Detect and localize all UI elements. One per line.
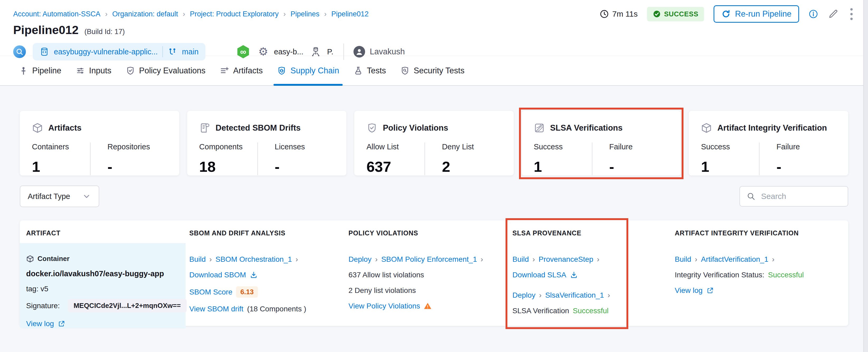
breadcrumb-account[interactable]: Account: Automation-SSCA	[13, 10, 100, 18]
artifact-view-log[interactable]: View log	[26, 320, 178, 328]
tab-label: Policy Evaluations	[139, 66, 206, 75]
tab-inputs[interactable]: Inputs	[68, 56, 118, 85]
view-log-link[interactable]: View log	[26, 320, 54, 328]
tab-artifacts[interactable]: Artifacts	[213, 56, 270, 85]
sbom-score-link[interactable]: SBOM Score	[189, 288, 232, 296]
top-controls: 7m 11s SUCCESS Re-run Pipeline	[599, 5, 855, 23]
divider	[162, 46, 163, 57]
slsa-verification-breadcrumb: Deploy SlsaVerification_1	[513, 291, 675, 299]
breadcrumb-project[interactable]: Project: Product Exploratory	[190, 10, 279, 18]
breadcrumb: Account: Automation-SSCA Organization: d…	[13, 10, 369, 18]
stat-value: 1	[701, 158, 759, 175]
download-sbom-link[interactable]: Download SBOM	[189, 271, 246, 279]
step-link[interactable]: SBOM Policy Enforcement_1	[381, 255, 477, 264]
step-link[interactable]: SlsaVerification_1	[545, 291, 604, 299]
tab-policy-evaluations[interactable]: Policy Evaluations	[119, 56, 213, 85]
shield-check-icon	[366, 122, 377, 133]
column-header-slsa: SLSA PROVENANCE	[513, 229, 675, 237]
policy-step-breadcrumb: Deploy SBOM Policy Enforcement_1	[348, 255, 513, 264]
chevron-right-icon	[283, 10, 286, 18]
slsa-verification-status: SLSA Verification Successful	[513, 307, 675, 315]
download-slsa-link[interactable]: Download SLSA	[513, 271, 566, 279]
integrity-view-log[interactable]: View log	[675, 286, 848, 295]
branch-name[interactable]: main	[182, 47, 198, 56]
card-title: Detected SBOM Drifts	[216, 123, 301, 133]
build-id: (Build Id: 17)	[85, 28, 125, 36]
trigger-name: easy-b...	[274, 47, 303, 56]
search-input[interactable]	[761, 192, 841, 201]
table-header-row: ARTIFACT SBOM AND DRIFT ANALYSIS POLICY …	[20, 220, 848, 243]
step-link[interactable]: SBOM Orchestration_1	[215, 255, 292, 264]
download-slsa[interactable]: Download SLSA	[513, 271, 675, 279]
status-value: Successful	[768, 271, 804, 279]
summary-cards: Artifacts Containers1 Repositories- Dete…	[20, 111, 848, 175]
signature-label: Signature:	[26, 301, 60, 310]
chevron-right-icon	[324, 10, 327, 18]
deny-list-violations: 2 Deny list violations	[348, 286, 513, 295]
container-icon	[26, 255, 34, 263]
stat-value: -	[776, 158, 836, 175]
clock-icon	[599, 9, 609, 19]
tab-supply-chain[interactable]: Supply Chain	[270, 56, 346, 85]
card-title: Artifact Integrity Verification	[717, 123, 827, 133]
breadcrumb-pipelines[interactable]: Pipelines	[291, 10, 320, 18]
view-log-link[interactable]: View log	[675, 286, 703, 295]
stage-link[interactable]: Deploy	[513, 291, 535, 299]
slsa-icon	[534, 122, 545, 133]
tab-security-tests[interactable]: Security Tests	[393, 56, 471, 85]
policy-cell: Deploy SBOM Policy Enforcement_1 637 All…	[348, 243, 513, 328]
shield-check-icon	[126, 66, 135, 75]
service-icon	[310, 46, 321, 57]
stage-link[interactable]: Deploy	[348, 255, 371, 264]
step-link[interactable]: ArtifactVerification_1	[701, 255, 768, 264]
chevron-right-icon	[695, 255, 697, 264]
info-button[interactable]	[809, 9, 818, 19]
duration-text: 7m 11s	[612, 9, 638, 19]
stage-link[interactable]: Build	[189, 255, 206, 264]
chevron-right-icon	[183, 10, 185, 18]
card-policy-violations: Policy Violations Allow List637 Deny Lis…	[354, 111, 514, 175]
view-policy-violations-link[interactable]: View Policy Violations	[348, 302, 420, 310]
rerun-pipeline-button[interactable]: Re-run Pipeline	[714, 5, 799, 23]
stat-label: Allow List	[366, 142, 425, 151]
repo-name[interactable]: easybuggy-vulnerable-applic...	[54, 47, 158, 56]
vertical-scrollbar[interactable]	[863, 0, 868, 352]
stat-value: 1	[32, 158, 90, 175]
tab-pipeline[interactable]: Pipeline	[11, 56, 68, 85]
artifact-image-name: docker.io/lavakush07/easy-buggy-app	[26, 269, 178, 278]
signature-value[interactable]: MEQCICde2Vjl...L+2+mqnOXw==	[68, 299, 187, 312]
title-row: Pipeline012 (Build Id: 17)	[13, 23, 855, 37]
tab-label: Inputs	[89, 66, 111, 75]
tab-tests[interactable]: Tests	[346, 56, 393, 85]
more-options-button[interactable]	[848, 7, 855, 21]
view-sbom-drift-link[interactable]: View SBOM drift	[189, 305, 243, 313]
artifact-type-dropdown[interactable]: Artifact Type	[20, 186, 99, 207]
tab-label: Supply Chain	[290, 66, 339, 75]
breadcrumb-pipeline012[interactable]: Pipeline012	[331, 10, 369, 18]
card-artifacts: Artifacts Containers1 Repositories-	[20, 111, 179, 175]
refresh-icon	[721, 9, 731, 19]
external-link-icon	[706, 287, 714, 294]
stat-label: Deny List	[442, 142, 502, 151]
breadcrumb-organization[interactable]: Organization: default	[112, 10, 178, 18]
step-link[interactable]: ProvenanceStep	[538, 255, 593, 264]
stat-label: Repositories	[107, 142, 167, 151]
card-title: Artifacts	[48, 123, 82, 133]
sbom-cell: Build SBOM Orchestration_1 Download SBOM…	[189, 243, 348, 328]
status-text: SUCCESS	[664, 10, 698, 18]
chevron-right-icon	[532, 255, 535, 264]
view-policy-violations[interactable]: View Policy Violations	[348, 302, 513, 310]
sbom-document-icon	[199, 122, 210, 133]
column-header-policy: POLICY VIOLATIONS	[348, 229, 513, 237]
pipeline-icon	[19, 66, 28, 75]
tab-label: Tests	[367, 66, 386, 75]
drift-component-count: (18 Components )	[247, 305, 306, 313]
download-sbom[interactable]: Download SBOM	[189, 271, 348, 279]
card-artifact-integrity: Artifact Integrity Verification Success1…	[689, 111, 848, 175]
rerun-pipeline-label: Re-run Pipeline	[735, 9, 792, 19]
stage-link[interactable]: Build	[513, 255, 529, 264]
package-icon	[32, 122, 43, 133]
shield-magnifier-icon	[400, 66, 410, 75]
stage-link[interactable]: Build	[675, 255, 691, 264]
edit-pipeline-button[interactable]	[828, 8, 839, 20]
